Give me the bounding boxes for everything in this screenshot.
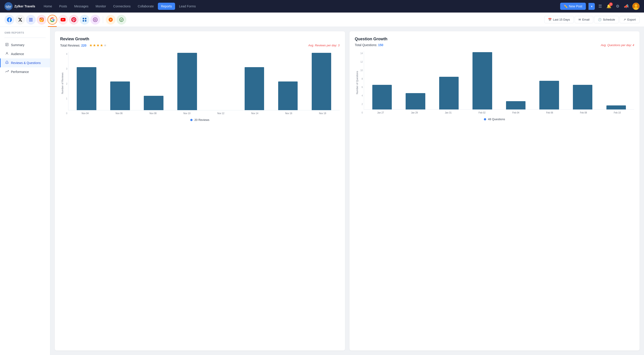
review-bar-col (171, 53, 204, 110)
nav-posts[interactable]: Posts (56, 3, 70, 10)
sidebar-item-reviews-questions[interactable]: Reviews & Questions (0, 59, 50, 67)
review-x-label: Nov 08 (136, 112, 170, 115)
social-grid-button[interactable] (80, 15, 90, 25)
review-bar-col (137, 53, 170, 110)
review-bar-col (238, 53, 270, 110)
settings-icon-button[interactable]: ⚙ (615, 3, 620, 10)
new-post-dropdown-button[interactable]: ▾ (588, 3, 595, 10)
svg-rect-13 (85, 18, 86, 19)
question-bar-fill (406, 93, 425, 110)
review-bar-fill (144, 96, 164, 110)
sidebar-item-performance[interactable]: Performance (0, 67, 50, 76)
review-x-label: Nov 14 (238, 112, 272, 115)
review-bar-fill (110, 82, 130, 110)
export-icon: ↗ (624, 18, 626, 21)
review-bar-fill (278, 82, 298, 110)
nav-connections[interactable]: Connections (110, 3, 134, 10)
export-button[interactable]: ↗ Export (620, 16, 640, 23)
review-growth-title: Review Growth (60, 37, 340, 42)
question-bar-col (433, 52, 465, 110)
question-bars-plot (364, 51, 634, 110)
review-x-label: Nov 12 (204, 112, 238, 115)
social-google-button[interactable] (48, 15, 57, 25)
review-meta-left: Total Reviews: 220 ★ ★ ★ ★ ★ (60, 43, 107, 48)
social-buffer-button[interactable] (26, 15, 36, 25)
nav-messages[interactable]: Messages (71, 3, 92, 10)
question-x-label: Feb 02 (465, 112, 499, 114)
question-bar-fill (439, 77, 459, 110)
question-bar-col (500, 52, 532, 110)
notification-bell-button[interactable]: 🔔 2 (606, 3, 612, 10)
svg-rect-12 (83, 18, 84, 19)
schedule-button[interactable]: 🕐 Schedule (594, 16, 619, 23)
sidebar-section-label: GMB REPORTS (0, 31, 50, 37)
social-threads-button[interactable] (90, 15, 100, 25)
social-twitter-button[interactable] (15, 15, 25, 25)
sidebar-divider (4, 38, 46, 38)
svg-point-16 (93, 18, 97, 22)
social-icons-bar: 📅 Last 15 Days ✉ Email 🕐 Schedule ↗ Expo… (0, 13, 644, 27)
sidebar-item-audience[interactable]: Audience (0, 50, 50, 59)
question-bar-col (600, 52, 632, 110)
svg-point-11 (42, 18, 43, 19)
svg-point-4 (634, 4, 637, 7)
nav-monitor[interactable]: Monitor (92, 3, 109, 10)
question-x-label: Jan 29 (398, 112, 431, 114)
social-secondary-2-button[interactable] (116, 15, 126, 25)
svg-rect-8 (29, 21, 33, 21)
question-bar-fill (606, 105, 626, 110)
question-total-label: Total Questions: 150 (355, 43, 384, 47)
question-bar-fill (472, 52, 492, 110)
svg-text:Travel: Travel (6, 7, 11, 9)
social-youtube-button[interactable] (58, 15, 68, 25)
email-button[interactable]: ✉ Email (575, 16, 594, 23)
review-stars: ★ ★ ★ ★ ★ (89, 43, 107, 48)
main-layout: GMB REPORTS Summary Audience Reviews & Q… (0, 27, 644, 355)
review-legend-label: 20 Reviews (194, 118, 209, 122)
review-bar-fill (312, 53, 332, 110)
question-x-label: Jan 27 (364, 112, 398, 114)
question-growth-card: Question Growth Total Questions: 150 Avg… (350, 31, 640, 350)
nav-reports[interactable]: Reports (158, 3, 175, 10)
question-growth-meta: Total Questions: 150 Avg. Questions per … (355, 43, 634, 47)
social-divider (103, 16, 103, 23)
review-bar-fill (77, 67, 96, 110)
top-navigation: Zylker Travel Zylker Travels Home Posts … (0, 0, 644, 13)
social-facebook-button[interactable] (4, 15, 14, 25)
menu-icon-button[interactable]: ☰ (598, 3, 603, 10)
svg-rect-15 (85, 20, 86, 21)
brand[interactable]: Zylker Travel Zylker Travels (4, 2, 35, 10)
email-icon: ✉ (578, 18, 581, 21)
question-bar-fill (573, 85, 592, 110)
review-legend-dot (190, 119, 192, 121)
summary-icon (5, 43, 9, 47)
social-secondary-1-button[interactable] (106, 15, 116, 25)
question-x-label: Jan 31 (431, 112, 465, 114)
question-bar-fill (372, 85, 392, 110)
review-x-labels: Nov 04Nov 06Nov 08Nov 10Nov 12Nov 14Nov … (68, 111, 340, 115)
social-instagram-button[interactable] (37, 15, 46, 25)
nav-lead-forms[interactable]: Lead Forms (176, 3, 199, 10)
svg-point-18 (120, 18, 124, 22)
svg-point-23 (6, 52, 8, 54)
sidebar-audience-label: Audience (11, 52, 24, 56)
svg-rect-6 (29, 18, 33, 19)
question-legend: 48 Questions (355, 118, 634, 121)
review-bars-plot (68, 52, 340, 110)
review-bar-fill (245, 67, 264, 110)
nav-home[interactable]: Home (40, 3, 55, 10)
review-total-label: Total Reviews: 220 (60, 44, 86, 47)
review-growth-meta: Total Reviews: 220 ★ ★ ★ ★ ★ Avg. Review… (60, 43, 340, 48)
date-range-button[interactable]: 📅 Last 15 Days (544, 16, 574, 23)
sidebar-reviews-label: Reviews & Questions (11, 61, 41, 65)
question-x-label: Feb 10 (600, 112, 634, 114)
question-legend-label: 48 Questions (488, 118, 505, 121)
user-avatar[interactable] (632, 3, 640, 10)
review-bar-chart: Number of Reviews 0 1 2 3 4 (60, 52, 340, 115)
question-x-label: Feb 06 (533, 112, 566, 114)
social-pinterest-button[interactable] (69, 15, 79, 25)
new-post-button[interactable]: ✏️ New Post (560, 3, 586, 10)
nav-collaborate[interactable]: Collaborate (134, 3, 157, 10)
sidebar-item-summary[interactable]: Summary (0, 41, 50, 50)
megaphone-icon-button[interactable]: 📣 (623, 3, 630, 10)
